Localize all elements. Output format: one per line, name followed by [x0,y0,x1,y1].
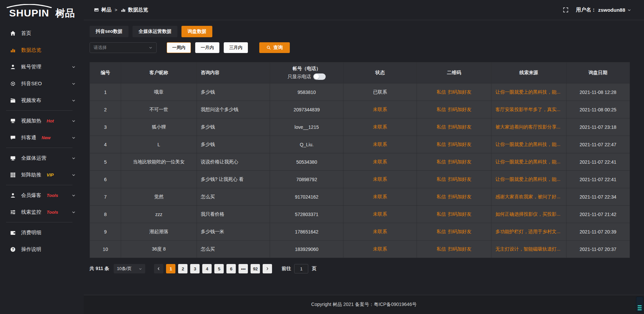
sidebar-item-9[interactable]: 会员爆客Tools [0,187,84,204]
source-link[interactable]: 让你一眼就爱上的黑科技，能... [495,159,560,165]
qr-scan-add-link[interactable]: 扫码加好友 [448,159,472,165]
source-link[interactable]: 客厅安装投影半年多了，真实... [495,107,560,113]
floating-widget[interactable] [636,297,643,312]
next-page-button[interactable] [263,264,272,273]
table-row: 9潮起潮落多少钱一米178651642未联系私信扫码加好友多功能护栏灯，适用于乡… [90,223,630,240]
sidebar-menu: 首页数据总览账号管理抖音SEO视频发布视频加热Hot抖客通New全媒体运营矩阵助… [0,19,84,258]
qr-scan-add-link[interactable]: 扫码加好友 [448,142,472,148]
page-button-•••[interactable]: ••• [238,264,248,273]
page-button-1[interactable]: 1 [166,264,175,273]
table-row: 5当地比较能吃的一位美女说说价格让我死心50534380未联系私信扫码加好友让你… [90,153,630,170]
fullscreen-icon[interactable] [563,7,569,13]
sidebar-item-11[interactable]: 消费明细 [0,224,84,241]
table-row: 3狐小狸多少钱love__1215未联系私信扫码加好友被大家追着问的客厅投影分享… [90,118,630,136]
page-size-value: 10条/页 [117,266,131,272]
cell-date: 2021-11-08 00:25 [567,101,630,118]
sidebar-item-2[interactable]: 账号管理 [0,58,84,75]
tab-2[interactable]: 询盘数据 [181,26,212,37]
phone-only-toggle[interactable] [313,73,326,80]
source-link[interactable]: 让你一眼就爱上的黑科技，能... [495,89,560,95]
menu-divider [6,110,72,111]
source-link[interactable]: 如何正确选择投影仪，买投影... [495,211,560,217]
breadcrumb: 树品>数据总览 [94,7,148,13]
page-button-92[interactable]: 92 [251,264,260,273]
page-button-3[interactable]: 3 [190,264,200,273]
source-link[interactable]: 让你一眼就爱上的黑科技，能... [495,142,560,148]
username-label: 用户名： [576,7,596,13]
tab-1[interactable]: 全媒体运营数据 [132,26,177,37]
cell-nickname: 狐小狸 [121,118,197,136]
qr-scan-add-link[interactable]: 扫码加好友 [448,246,472,252]
qr-scan-add-link[interactable]: 扫码加好友 [448,176,472,182]
cell-qrcode: 私信扫码加好友 [417,118,491,136]
cell-account: 178651642 [270,223,343,240]
chat-icon [9,135,16,141]
cell-nickname [121,171,197,188]
qr-private-msg-link[interactable]: 私信 [437,176,446,182]
source-link[interactable]: 被大家追着问的客厅投影分享... [495,124,560,130]
sidebar-item-0[interactable]: 首页 [0,25,84,42]
qr-scan-add-link[interactable]: 扫码加好友 [448,107,472,113]
qr-scan-add-link[interactable]: 扫码加好友 [448,211,472,217]
qr-private-msg-link[interactable]: 私信 [437,211,446,217]
sidebar-item-6[interactable]: 抖客通New [0,129,84,146]
sidebar-item-label: 视频发布 [21,97,41,104]
sidebar-item-badge: VIP [47,172,54,177]
cell-no: 4 [90,136,121,153]
qr-private-msg-link[interactable]: 私信 [437,124,446,130]
sidebar-item-4[interactable]: 视频发布 [0,92,84,109]
source-link[interactable]: 多功能护栏灯，适用于乡村文... [495,229,560,235]
qr-private-msg-link[interactable]: 私信 [437,89,446,95]
source-link[interactable]: 无主灯设计，智能磁吸轨道灯... [495,246,560,252]
period-button-1[interactable]: 一月内 [195,42,219,53]
period-button-2[interactable]: 三月内 [224,42,248,53]
qr-private-msg-link[interactable]: 私信 [437,142,446,148]
sidebar-item-label: 视频加热 [21,118,41,124]
grid-icon [9,172,16,178]
cell-content: 说说价格让我死心 [197,153,270,170]
cell-content: 怎么买 [197,188,270,205]
tab-0[interactable]: 抖音seo数据 [90,26,128,37]
qr-scan-add-link[interactable]: 扫码加好友 [448,229,472,235]
sidebar-item-10[interactable]: 线索监控Tools [0,204,84,220]
logo[interactable]: SHUPIN 树品 [0,0,84,19]
cell-account: 70898792 [270,171,343,188]
period-button-0[interactable]: 一周内 [167,42,191,53]
sidebar-item-3[interactable]: 抖音SEO [0,75,84,92]
qr-scan-add-link[interactable]: 扫码加好友 [448,124,472,130]
table-header-4: 状态 [343,62,417,83]
cell-account: Q_Liu. [270,136,343,153]
page-button-6[interactable]: 6 [226,264,236,273]
cell-source: 多功能护栏灯，适用于乡村文... [491,223,567,240]
sidebar-item-7[interactable]: 全媒体运营 [0,150,84,166]
prev-page-button[interactable] [154,264,163,273]
qr-scan-add-link[interactable]: 扫码加好友 [448,89,472,95]
sidebar-item-8[interactable]: 矩阵助推VIP [0,166,84,183]
qr-private-msg-link[interactable]: 私信 [437,194,446,200]
page-button-5[interactable]: 5 [214,264,224,273]
cell-qrcode: 私信扫码加好友 [417,153,491,170]
page-size-select[interactable]: 10条/页 [114,264,145,273]
chevron-down-icon [71,98,76,103]
page-button-4[interactable]: 4 [202,264,212,273]
cell-status: 未联系 [343,188,417,205]
status-badge: 未联系 [373,194,387,200]
sidebar-item-12[interactable]: ?操作说明 [0,241,84,258]
qr-private-msg-link[interactable]: 私信 [437,246,446,252]
source-link[interactable]: 让你一眼就爱上的黑科技，能... [495,176,560,182]
sidebar-item-1[interactable]: 数据总览 [0,42,84,58]
qr-private-msg-link[interactable]: 私信 [437,107,446,113]
filter-select[interactable]: 请选择 [90,42,157,53]
goto-page-input[interactable] [294,264,308,273]
search-button[interactable]: 查询 [259,42,290,53]
breadcrumb-item-0[interactable]: 树品 [94,7,111,13]
breadcrumb-item-1[interactable]: 数据总览 [121,7,148,13]
user-menu[interactable]: 用户名： zswodun88 [576,7,631,13]
page-button-2[interactable]: 2 [178,264,187,273]
sidebar-item-5[interactable]: 视频加热Hot [0,112,84,129]
source-link[interactable]: 感谢大家喜欢我家，被问了好... [495,194,560,200]
qr-scan-add-link[interactable]: 扫码加好友 [448,194,472,200]
qr-private-msg-link[interactable]: 私信 [437,159,446,165]
cell-nickname: 不可一世 [121,101,197,118]
qr-private-msg-link[interactable]: 私信 [437,229,446,235]
